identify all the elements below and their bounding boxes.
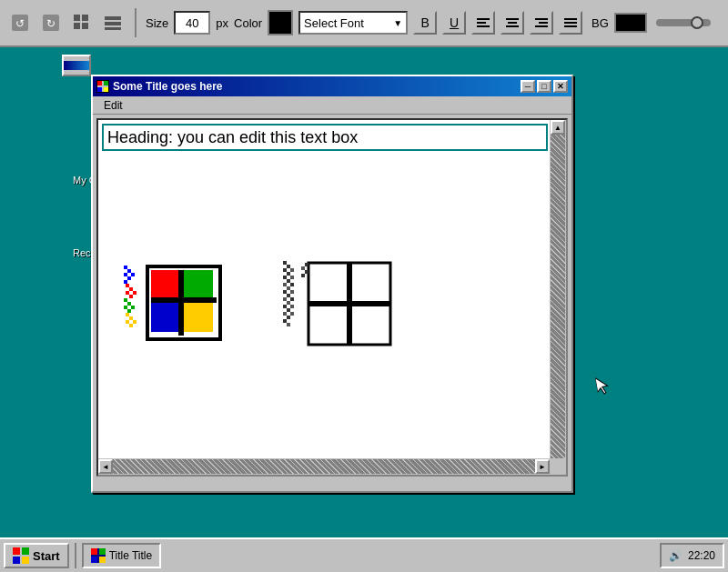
svg-rect-29 — [124, 280, 127, 284]
win95-window: Some Title goes here ─ □ ✕ Edit Heading:… — [91, 75, 573, 493]
svg-rect-7 — [82, 23, 88, 29]
svg-rect-44 — [129, 316, 133, 320]
svg-rect-91 — [13, 547, 20, 555]
window-content: Heading: you can edit this text box — [96, 118, 568, 477]
svg-rect-83 — [355, 266, 388, 298]
svg-rect-4 — [74, 15, 80, 21]
bold-button[interactable]: B — [413, 11, 437, 35]
color-label: Color — [234, 16, 262, 30]
svg-rect-49 — [184, 270, 213, 299]
separator-1 — [135, 8, 136, 37]
slider-thumb — [691, 16, 703, 29]
svg-rect-47 — [133, 320, 136, 324]
svg-rect-98 — [99, 557, 106, 563]
svg-rect-9 — [105, 22, 121, 25]
chevron-down-icon: ▼ — [393, 18, 402, 28]
svg-rect-89 — [301, 274, 305, 277]
svg-rect-42 — [127, 309, 131, 313]
grid-icon[interactable] — [69, 10, 95, 35]
minimize-button[interactable]: ─ — [521, 80, 535, 93]
svg-rect-45 — [126, 320, 129, 324]
start-button[interactable]: Start — [4, 543, 69, 568]
svg-rect-48 — [151, 270, 180, 299]
svg-rect-56 — [287, 265, 290, 268]
horizontal-scrollbar[interactable]: ◄ ► — [98, 458, 550, 475]
svg-rect-26 — [104, 87, 108, 92]
svg-rect-58 — [290, 268, 294, 272]
opacity-slider[interactable] — [656, 19, 711, 26]
bg-color-swatch[interactable] — [614, 13, 647, 33]
maximize-button[interactable]: □ — [537, 80, 551, 93]
svg-rect-84 — [311, 309, 344, 342]
svg-rect-78 — [283, 319, 287, 323]
svg-rect-71 — [287, 301, 290, 305]
svg-rect-97 — [91, 557, 97, 563]
svg-rect-77 — [290, 312, 294, 316]
svg-rect-76 — [287, 316, 290, 319]
windows-logo-bw — [283, 254, 401, 363]
svg-rect-70 — [290, 297, 294, 301]
svg-rect-10 — [105, 27, 121, 30]
start-label: Start — [33, 549, 60, 563]
size-label: Size — [146, 16, 168, 30]
svg-rect-35 — [129, 287, 133, 291]
align-justify-button[interactable] — [559, 11, 582, 35]
color-swatch[interactable] — [268, 10, 293, 35]
taskbar-item-label: Title Title — [109, 549, 153, 562]
layers-icon[interactable] — [100, 10, 126, 35]
taskbar-clock: 🔊 22:20 — [660, 543, 724, 568]
svg-rect-82 — [311, 266, 344, 298]
align-right-button[interactable] — [530, 11, 553, 35]
taskbar: Start Title Title 🔊 22:20 — [0, 537, 728, 572]
svg-rect-46 — [129, 324, 133, 327]
windows-logo-start — [13, 547, 29, 564]
scrollbar-corner — [550, 458, 566, 475]
taskbar-item-title[interactable]: Title Title — [82, 543, 162, 568]
svg-rect-43 — [126, 313, 129, 316]
font-selector[interactable]: Select Font ▼ — [298, 11, 408, 35]
window-titlebar: Some Title goes here ─ □ ✕ — [93, 76, 571, 96]
svg-rect-33 — [126, 284, 129, 287]
svg-rect-59 — [287, 272, 290, 276]
undo-icon[interactable]: ↺ — [7, 10, 33, 35]
window-buttons: ─ □ ✕ — [521, 80, 568, 93]
svg-rect-81 — [308, 301, 390, 306]
scroll-track-vertical[interactable] — [551, 135, 565, 460]
vertical-scrollbar[interactable]: ▲ ▼ — [550, 120, 566, 475]
redo-icon[interactable]: ↻ — [38, 10, 64, 35]
svg-rect-68 — [287, 294, 290, 297]
scroll-track-horizontal[interactable] — [113, 459, 535, 474]
svg-rect-87 — [301, 266, 305, 270]
svg-rect-27 — [124, 266, 127, 269]
svg-rect-51 — [184, 303, 213, 332]
heading-text: Heading: you can edit this text box — [107, 128, 358, 147]
underline-button[interactable]: U — [442, 11, 466, 35]
svg-rect-8 — [105, 16, 121, 20]
scroll-right-button[interactable]: ► — [535, 459, 550, 474]
close-button[interactable]: ✕ — [553, 80, 568, 93]
align-left-button[interactable] — [471, 11, 495, 35]
svg-rect-38 — [124, 298, 127, 302]
size-input[interactable] — [174, 11, 210, 35]
svg-rect-79 — [287, 323, 290, 326]
menu-edit[interactable]: Edit — [96, 97, 130, 114]
px-label: px — [216, 16, 228, 30]
svg-rect-40 — [131, 306, 135, 309]
svg-rect-88 — [305, 270, 308, 274]
svg-text:↻: ↻ — [46, 17, 56, 30]
title-left: Some Title goes here — [96, 80, 223, 93]
svg-rect-92 — [22, 547, 29, 555]
svg-rect-31 — [127, 276, 131, 280]
svg-rect-57 — [283, 268, 287, 272]
heading-textbox[interactable]: Heading: you can edit this text box — [102, 124, 548, 151]
svg-rect-41 — [124, 306, 127, 309]
small-window-icon — [62, 55, 91, 76]
canvas-area: My C Rec Some Title goes here ─ □ ✕ — [0, 47, 728, 572]
scroll-left-button[interactable]: ◄ — [98, 459, 113, 474]
sidebar-recycle-label: Rec — [73, 247, 91, 258]
svg-rect-86 — [305, 263, 308, 266]
scroll-up-button[interactable]: ▲ — [551, 120, 565, 135]
toolbar: ↺ ↻ Size px Color Select Font ▼ B U — [0, 0, 728, 47]
svg-rect-73 — [290, 305, 294, 308]
align-center-button[interactable] — [500, 11, 524, 35]
